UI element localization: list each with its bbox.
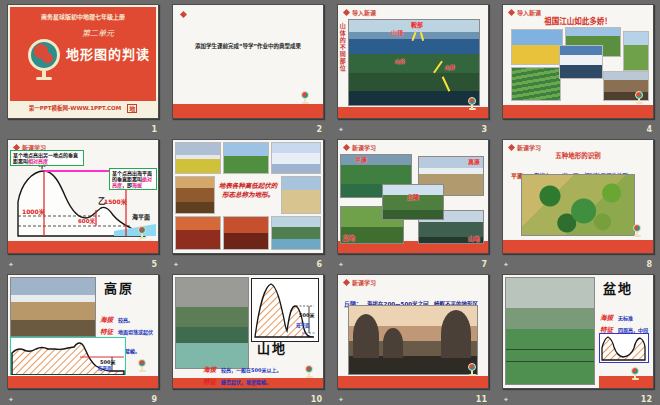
slide-number: 1 <box>151 125 157 134</box>
slide-thumbnail-5[interactable]: 新课学习 甲 乙 1000米 1500米 600米 海平面 某个地点高出另 <box>7 139 159 254</box>
slide-cell-8: 新课学习 五种地形的识别 平原： 海拔在200米以下、相对较平坦的地形 ✦ 8 <box>495 135 660 270</box>
slide-thumbnail-2[interactable]: 添加学生课前完成“导学”作业中的典型成果 <box>172 4 324 119</box>
globe-icon <box>466 97 478 110</box>
slide-thumbnail-3[interactable]: 导入新课 山体的不同部位 鞍部 山顶 山谷 山脊 <box>337 4 489 119</box>
slide-number: 5 <box>151 260 157 269</box>
slide-cell-10: 500米 海平面 山地 海拔 较高，一般在500米以上。 特征 峰峦起伏，坡度陡… <box>165 270 330 405</box>
diamond-icon <box>343 144 350 151</box>
slide-thumbnail-7[interactable]: 新课学习 平原 高原 丘陵 盆地 山地 <box>337 139 489 254</box>
field-photo <box>511 29 563 65</box>
red-band <box>503 105 653 118</box>
height-1000: 1000米 <box>22 208 45 216</box>
diamond-icon <box>508 9 515 16</box>
slide-cell-2: 添加学生课前完成“导学”作业中的典型成果 2 <box>165 0 330 135</box>
farmland-photo <box>521 174 635 236</box>
photo-tile <box>175 142 221 174</box>
mountain-profile-diagram: 500米 海平面 <box>251 278 319 342</box>
slide-number: 6 <box>316 260 322 269</box>
section-header: 新课学习 <box>344 144 376 151</box>
sea-level-label: 海平面 <box>296 322 310 329</box>
slide-cell-7: 新课学习 平原 高原 丘陵 盆地 山地 ✦ 7 <box>330 135 495 270</box>
photo-tile <box>271 216 321 250</box>
transition-icon: ✦ <box>503 396 509 404</box>
globe-icon <box>299 91 311 104</box>
slide-number: 9 <box>151 395 157 404</box>
globe-icon <box>631 224 643 237</box>
footer-bar: 第一PPT模板网-WWW.1PPT.COM 地 <box>10 101 156 116</box>
body-text: 添加学生课前完成“导学”作业中的典型成果 <box>181 43 315 50</box>
mountain-photo: 鞍部 山顶 山谷 山脊 <box>348 19 480 106</box>
vertical-caption: 山体的不同部位 <box>339 23 346 72</box>
diamond-icon <box>343 9 350 16</box>
saddle-label: 鞍部 <box>411 21 423 28</box>
red-band <box>8 376 158 388</box>
header-label: 新课学习 <box>352 279 376 286</box>
slide-cell-3: 导入新课 山体的不同部位 鞍部 山顶 山谷 山脊 ✦ 3 <box>330 0 495 135</box>
basin-profile-diagram <box>599 333 649 363</box>
globe-icon <box>136 359 148 372</box>
header-label: 新课学习 <box>517 144 541 151</box>
transition-icon: ✦ <box>503 261 509 269</box>
course-line: 商务星球版初中地理七年级上册 <box>10 13 156 20</box>
photo-tile <box>223 216 269 250</box>
diamond-icon <box>180 11 187 18</box>
slide-thumbnail-12[interactable]: 盆地 海拔 无标准 特征 四周高，中间低。 <box>502 274 654 389</box>
red-band <box>173 104 323 118</box>
mountain-label: 山地 <box>468 235 480 242</box>
lesson-title: 地形图的判读 <box>66 47 150 63</box>
diamond-icon <box>508 144 515 151</box>
slide-number: 3 <box>481 125 487 134</box>
section-header: 导入新课 <box>509 9 541 16</box>
slide-number: 4 <box>646 125 652 134</box>
peak-label: 山顶 <box>391 29 403 36</box>
title-slide: 商务星球版初中地理七年级上册 第二单元 地形图的判读 第一PPT模板网-WWW.… <box>8 5 158 118</box>
globe-icon <box>303 365 315 378</box>
height-600: 600米 <box>78 217 95 225</box>
slide-thumbnail-11[interactable]: 新课学习 丘陵： 海拔在200—500米之间、崎岖不平的地形区 <box>337 274 489 389</box>
height-mark: 500米 <box>100 359 116 366</box>
sea-level-label: 海平面 <box>98 365 112 372</box>
header-label: 新课学习 <box>352 144 376 151</box>
header-label: 导入新课 <box>517 9 541 16</box>
globe-icon <box>466 363 478 376</box>
feature-label: 特征 <box>100 328 113 336</box>
absolute-height-box: 某个点高出海平面的垂直距离叫绝对高度，即海拔 <box>109 168 157 190</box>
slide-number: 2 <box>316 125 322 134</box>
sea-level-label: 海平面 <box>132 213 150 221</box>
slide-thumbnail-10[interactable]: 500米 海平面 山地 海拔 较高，一般在500米以上。 特征 峰峦起伏，坡度陡… <box>172 274 324 389</box>
feature-label: 特征 <box>203 378 216 386</box>
slide-thumbnail-6[interactable]: 地表各种高低起伏的形态总称为地形。 <box>172 139 324 254</box>
red-band <box>503 240 653 253</box>
slide-number: 7 <box>481 260 487 269</box>
ridge-label: 山脊 <box>445 64 455 70</box>
mountain-lake-photo <box>175 277 249 369</box>
slide-thumbnail-1[interactable]: 商务星球版初中地理七年级上册 第二单元 地形图的判读 第一PPT模板网-WWW.… <box>7 4 159 119</box>
slide-thumbnail-8[interactable]: 新课学习 五种地形的识别 平原： 海拔在200米以下、相对较平坦的地形 <box>502 139 654 254</box>
grassland-photo <box>623 31 649 71</box>
slide-cell-1: 商务星球版初中地理七年级上册 第二单元 地形图的判读 第一PPT模板网-WWW.… <box>0 0 165 135</box>
slide-cell-6: 地表各种高低起伏的形态总称为地形。 ✦ 6 <box>165 135 330 270</box>
photo-tile <box>175 176 215 214</box>
box-highlight: 相对高度 <box>28 158 48 164</box>
globe-icon <box>629 367 641 380</box>
height-1500: 1500米 <box>104 198 127 206</box>
slide-title: 祖国江山如此多娇！ <box>503 17 653 26</box>
slide-sorter-grid: 商务星球版初中地理七年级上册 第二单元 地形图的判读 第一PPT模板网-WWW.… <box>0 0 660 405</box>
terrace-photo <box>511 67 561 101</box>
slide-title: 高原 <box>104 281 134 297</box>
plain-label: 平原 <box>355 156 367 163</box>
height-mark: 500米 <box>299 312 315 319</box>
slide-thumbnail-4[interactable]: 导入新课 祖国江山如此多娇！ <box>502 4 654 119</box>
karst-hills-photo <box>348 305 478 375</box>
transition-icon: ✦ <box>8 261 14 269</box>
header-label: 导入新课 <box>352 9 376 16</box>
subject-badge: 地 <box>127 104 137 113</box>
plateau-profile-diagram: 500米 海平面 <box>10 337 126 375</box>
slide-thumbnail-9[interactable]: 高原 海拔 较高。 特征 地面坦荡或起伏不大，边缘陡峻。 <box>7 274 159 389</box>
globe-icon <box>24 39 64 80</box>
globe-icon <box>136 226 148 239</box>
slide-title: 山地 <box>257 341 287 357</box>
slide-cell-9: 高原 海拔 较高。 特征 地面坦荡或起伏不大，边缘陡峻。 <box>0 270 165 405</box>
photo-tile <box>223 142 269 174</box>
slide-cell-11: 新课学习 丘陵： 海拔在200—500米之间、崎岖不平的地形区 ✦ 11 <box>330 270 495 405</box>
